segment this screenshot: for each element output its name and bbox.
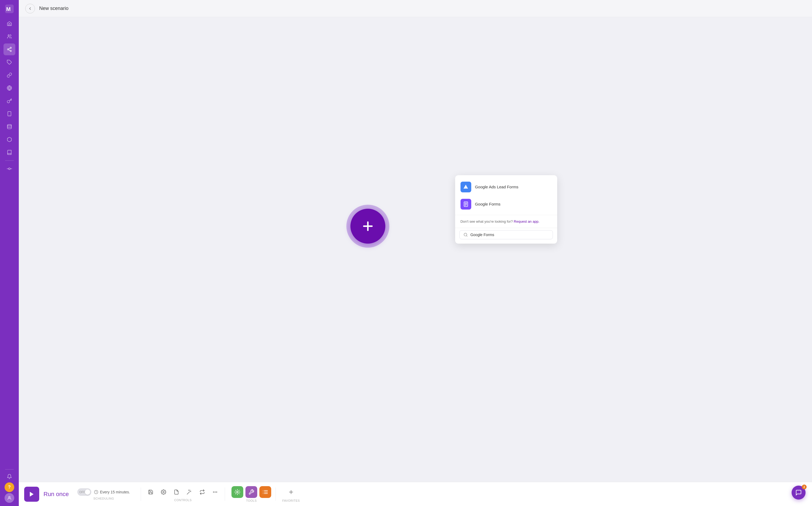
tool-orange-button[interactable] [260,486,271,498]
add-module-button-inner[interactable] [351,209,385,244]
sidebar-bottom: ? [5,472,14,503]
favorites-add-button[interactable] [285,486,297,498]
toolbar-divider-3 [276,488,276,501]
controls-section: CONTROLS [145,487,220,502]
sidebar-divider-2 [5,469,14,470]
sidebar-item-home[interactable] [3,18,15,29]
svg-line-6 [9,50,10,51]
save-icon [148,489,153,495]
notes-icon [174,489,179,495]
svg-marker-26 [30,492,33,497]
tool-green-button[interactable] [231,486,243,498]
notes-ctrl-button[interactable] [171,487,182,497]
schedule-interval: Every 15 minutes. [100,490,130,494]
more-icon [212,489,218,495]
sidebar-item-users[interactable] [3,30,15,43]
controls-label: CONTROLS [174,499,192,502]
favorites-section: FAVORITES [282,486,300,502]
sidebar-item-blocks[interactable] [3,134,15,146]
clock-icon [94,490,98,494]
tools-row [231,486,271,498]
svg-point-2 [8,34,9,36]
back-button[interactable] [25,4,35,13]
svg-text:M: M [6,6,11,12]
toggle-off-label: OFF [79,491,85,494]
scheduling-section: OFF Every 15 minutes. SCHEDULING [77,488,130,500]
help-button[interactable]: ? [5,482,14,492]
controls-row [145,487,220,497]
run-once-button[interactable] [24,487,39,502]
favorites-label: FAVORITES [282,499,300,502]
svg-line-29 [187,492,190,494]
schedule-time[interactable]: Every 15 minutes. [94,490,130,494]
add-module-button-outer[interactable] [346,205,389,248]
header: New scenario [19,0,812,17]
route-icon [200,489,205,495]
google-ads-icon [460,182,471,192]
tool-gear-icon [234,489,240,495]
request-app-link[interactable]: Request an app. [514,220,539,224]
sidebar-item-database[interactable] [3,121,15,133]
run-once-label: Run once [44,491,69,498]
more-ctrl-button[interactable] [210,487,220,497]
svg-point-17 [9,496,10,498]
sidebar-divider-1 [5,160,14,161]
dropdown-divider [455,215,557,215]
tools-section: TOOLS [231,486,271,502]
save-ctrl-button[interactable] [145,487,156,497]
sidebar-item-docs[interactable] [3,147,15,158]
logo[interactable]: M [4,3,15,14]
svg-point-32 [216,492,217,492]
sidebar-item-web[interactable] [3,82,15,94]
search-container [459,230,553,239]
google-forms-icon [460,199,471,209]
settings-ctrl-button[interactable] [158,487,169,497]
main-area: New scenario [19,0,812,506]
dropdown-item-google-ads[interactable]: Google Ads Lead Forms [455,178,557,195]
svg-point-14 [9,168,10,170]
svg-point-13 [7,124,11,126]
help-bubble-icon [795,489,802,496]
search-input[interactable] [470,233,549,237]
scheduling-toggle[interactable]: OFF [77,488,91,496]
search-icon [463,233,468,237]
sidebar-item-history[interactable] [3,163,15,175]
sidebar-item-connections[interactable] [3,69,15,81]
tool-wrench-icon [248,489,254,495]
sidebar-item-apps[interactable] [3,56,15,68]
scheduling-controls: OFF Every 15 minutes. [77,488,130,496]
google-ads-label: Google Ads Lead Forms [475,185,519,189]
wand-ctrl-button[interactable] [184,487,195,497]
sidebar-item-mobile[interactable] [3,108,15,120]
wand-icon [187,489,192,495]
tool-purple-button[interactable] [245,486,257,498]
sidebar-item-keys[interactable] [3,95,15,107]
user-avatar[interactable] [5,493,14,503]
toolbar-divider-2 [225,488,225,501]
help-badge: 2 [802,485,807,489]
svg-point-28 [163,491,164,493]
toggle-knob [85,489,90,495]
tool-list-icon [262,489,268,495]
scheduling-label: SCHEDULING [93,497,114,500]
settings-icon [161,489,166,495]
svg-line-25 [466,236,467,236]
google-forms-label: Google Forms [475,202,501,206]
bottom-toolbar: Run once OFF Every 15 minutes. SCHEDULIN… [19,482,812,506]
dropdown-item-google-forms[interactable]: Google Forms [455,195,557,213]
sidebar-item-scenarios[interactable] [3,44,15,55]
canvas: Google Ads Lead Forms Google Forms Don't… [19,17,812,482]
app-picker-dropdown: Google Ads Lead Forms Google Forms Don't… [455,175,557,244]
tools-label: TOOLS [246,499,257,502]
notifications-icon[interactable] [5,472,14,481]
help-bubble[interactable]: 2 [792,486,806,500]
svg-line-7 [9,48,10,49]
page-title: New scenario [39,6,68,11]
play-icon [28,491,35,497]
svg-point-33 [237,491,238,493]
svg-point-30 [213,492,214,492]
sidebar: M [0,0,19,506]
route-ctrl-button[interactable] [197,487,208,497]
request-app-text: Don't see what you're looking for? Reque… [455,217,557,226]
add-favorite-icon [288,489,294,495]
